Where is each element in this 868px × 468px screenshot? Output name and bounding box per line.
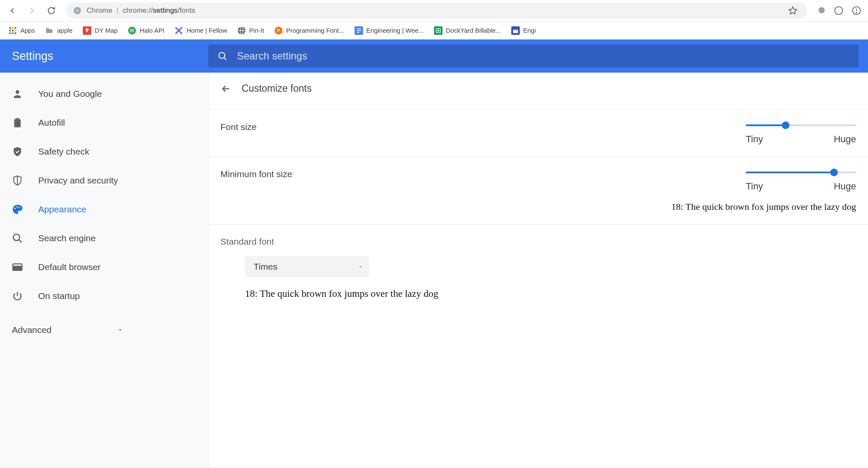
- search-icon: [217, 51, 228, 61]
- bookmark-label: apple: [57, 27, 73, 34]
- svg-point-36: [219, 53, 225, 59]
- sidebar-item-search-engine[interactable]: Search engine: [0, 224, 208, 253]
- svg-point-42: [14, 208, 16, 209]
- sidebar-item-on-startup[interactable]: On startup: [0, 282, 208, 310]
- sidebar-item-label: Privacy and security: [38, 175, 118, 186]
- min-font-size-slider[interactable]: [746, 172, 856, 173]
- app-title: Settings: [0, 50, 208, 63]
- sidebar-advanced[interactable]: Advanced: [0, 316, 208, 344]
- power-icon: [12, 290, 23, 302]
- svg-rect-28: [357, 32, 360, 33]
- address-bar[interactable]: Chrome | chrome://settings/fonts: [66, 3, 807, 19]
- sidebar-item-safety-check[interactable]: Safety check: [0, 137, 208, 166]
- sidebar-item-autofill[interactable]: Autofill: [0, 108, 208, 137]
- folder-icon: [45, 26, 54, 35]
- person-icon: [12, 88, 23, 99]
- bookmark-halo[interactable]: H Halo API: [124, 24, 169, 37]
- bookmark-apps[interactable]: Apps: [4, 24, 39, 37]
- bookmark-engineering[interactable]: Engineering | Wee...: [350, 24, 428, 37]
- profile-icon[interactable]: [834, 6, 843, 15]
- sidebar: You and Google Autofill Safety check Pri…: [0, 73, 208, 468]
- bookmark-dockyard[interactable]: DockYard Billable...: [430, 24, 505, 37]
- search-settings[interactable]: [208, 45, 859, 68]
- sidebar-item-you-and-google[interactable]: You and Google: [0, 79, 208, 108]
- font-size-slider[interactable]: [746, 124, 856, 126]
- bookmark-label: Engineering | Wee...: [366, 27, 424, 34]
- browser-toolbar: Chrome | chrome://settings/fonts: [0, 0, 868, 22]
- slider-thumb[interactable]: [830, 169, 838, 176]
- dropdown-value: Times: [254, 262, 277, 272]
- svg-point-43: [16, 206, 17, 207]
- svg-rect-8: [12, 27, 14, 28]
- svg-rect-9: [14, 27, 16, 28]
- page-title: Customize fonts: [242, 83, 312, 94]
- standard-font-dropdown[interactable]: Times: [245, 256, 369, 277]
- sidebar-item-label: Default browser: [38, 262, 101, 272]
- sidebar-item-privacy[interactable]: Privacy and security: [0, 166, 208, 195]
- svg-line-46: [19, 240, 22, 242]
- min-font-sample: 18: The quick brown fox jumps over the l…: [671, 201, 856, 212]
- svg-text:H: H: [130, 28, 134, 33]
- svg-rect-12: [14, 29, 16, 31]
- slider-min-label: Tiny: [746, 134, 763, 145]
- content-header: Customize fonts: [209, 73, 868, 110]
- search-input[interactable]: [237, 50, 849, 62]
- svg-rect-14: [12, 32, 14, 34]
- shield-check-icon: [12, 146, 23, 157]
- svg-rect-39: [14, 119, 20, 127]
- font-size-row: Font size Tiny Huge: [209, 110, 868, 157]
- star-icon[interactable]: [788, 6, 798, 15]
- notion-icon: [511, 26, 520, 35]
- sidebar-item-appearance[interactable]: Appearance: [0, 195, 208, 224]
- svg-point-38: [16, 90, 20, 94]
- svg-rect-7: [9, 27, 11, 28]
- sidebar-item-default-browser[interactable]: Default browser: [0, 253, 208, 282]
- font-size-label: Font size: [220, 122, 256, 132]
- min-font-size-row: Minimum font size Tiny Huge 18: The quic…: [209, 157, 868, 224]
- svg-point-45: [13, 234, 20, 240]
- svg-rect-41: [16, 118, 20, 120]
- map-pin-icon: [83, 26, 91, 35]
- slider-thumb[interactable]: [782, 121, 789, 129]
- bookmark-folder[interactable]: apple: [41, 24, 77, 37]
- browser-icon: [12, 262, 23, 273]
- svg-rect-27: [357, 30, 361, 31]
- bookmark-dymap[interactable]: DY Map: [79, 24, 122, 37]
- standard-font-preview: 18: The quick brown fox jumps over the l…: [245, 288, 856, 299]
- min-font-size-label: Minimum font size: [220, 169, 292, 179]
- bookmark-fellow[interactable]: Home | Fellow: [170, 24, 231, 37]
- bookmarks-bar: Apps apple DY Map H Halo API Home | Fell…: [0, 22, 868, 39]
- search-icon: [12, 233, 23, 244]
- bookmark-engi[interactable]: Engi: [507, 24, 540, 37]
- slider-max-label: Huge: [834, 181, 856, 192]
- svg-rect-15: [14, 32, 16, 34]
- app-header: Settings: [0, 39, 868, 73]
- sheets-icon: [434, 26, 442, 35]
- svg-rect-11: [12, 29, 14, 31]
- bookmark-label: Engi: [523, 27, 536, 34]
- bookmark-label: Apps: [20, 27, 35, 34]
- bookmark-pinit[interactable]: Pin-It: [233, 24, 268, 37]
- clipboard-icon: [12, 117, 23, 128]
- bookmark-label: Home | Fellow: [186, 27, 227, 34]
- svg-point-3: [835, 7, 843, 14]
- globe-icon: [237, 26, 246, 35]
- sidebar-item-label: Search engine: [38, 233, 96, 243]
- sidebar-item-label: You and Google: [38, 89, 102, 99]
- svg-rect-35: [513, 28, 518, 30]
- chrome-icon: [73, 6, 82, 15]
- svg-rect-13: [9, 32, 11, 34]
- svg-text:P: P: [277, 28, 280, 33]
- standard-font-label: Standard font: [220, 237, 856, 247]
- bookmark-programming[interactable]: P Programming Font...: [270, 24, 349, 37]
- back-button[interactable]: [4, 3, 20, 19]
- halo-icon: H: [128, 26, 136, 35]
- forward-button[interactable]: [24, 3, 40, 19]
- svg-line-37: [224, 58, 226, 60]
- reload-button[interactable]: [43, 3, 59, 19]
- menu-icon[interactable]: [852, 6, 861, 15]
- extensions-icon[interactable]: [816, 6, 826, 15]
- back-arrow-icon[interactable]: [220, 83, 231, 94]
- chevron-down-icon: [358, 264, 363, 269]
- bookmark-label: Programming Font...: [286, 27, 344, 34]
